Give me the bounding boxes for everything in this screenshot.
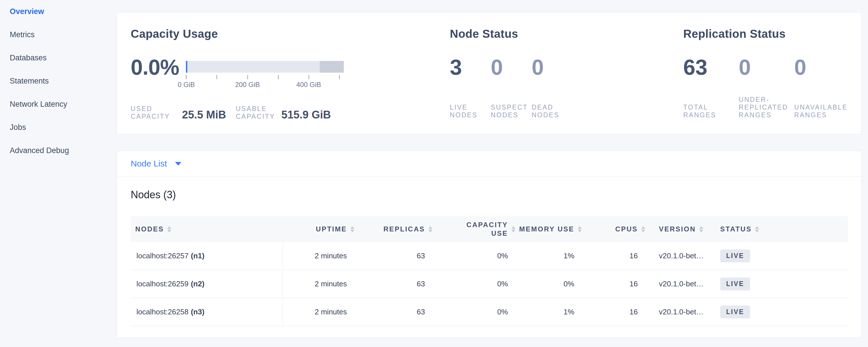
chevron-down-icon (175, 162, 181, 166)
memory-use-cell: 0% (519, 270, 585, 298)
cpus-cell: 16 (585, 270, 649, 298)
capacity-axis-ticks (186, 75, 344, 80)
column-header-status[interactable]: STATUS (720, 225, 848, 233)
under-replicated-ranges-value: 0 (739, 56, 794, 79)
capacity-use-cell: 0% (436, 242, 519, 270)
capacity-use-cell: 0% (436, 298, 519, 326)
nodes-count-title: Nodes (3) (131, 189, 861, 201)
usable-capacity-label: USABLE CAPACITY (236, 105, 275, 120)
sidebar-item-overview[interactable]: Overview (0, 0, 117, 23)
capacity-gauge-row: 0.0% 0 GiB 200 GiB 400 GiB (131, 56, 450, 89)
sidebar-item-advanced-debug[interactable]: Advanced Debug (0, 139, 117, 162)
cluster-summary-card: Capacity Usage 0.0% 0 GiB 200 GiB (117, 12, 861, 134)
capacity-usage-title: Capacity Usage (131, 27, 450, 41)
main-content: Capacity Usage 0.0% 0 GiB 200 GiB (117, 0, 861, 338)
used-capacity-value: 25.5 MiB (182, 109, 226, 120)
replication-stats: 63 TOTAL RANGES 0 UNDER- REPLICATED RANG… (683, 56, 861, 119)
memory-use-cell: 1% (519, 242, 585, 270)
column-header-version[interactable]: VERSION (649, 225, 720, 233)
sidebar-item-jobs[interactable]: Jobs (0, 116, 117, 139)
status-badge: LIVE (720, 278, 750, 290)
node-status-stats: 3 LIVE NODES 0 SUSPECT NODES 0 (450, 56, 683, 119)
sort-icon (755, 226, 759, 232)
unavailable-ranges-stat: 0 UNAVAILABLE RANGES (794, 56, 850, 119)
nodes-table: NODES UPTIME REPLICAS CAPACITY USE MEMOR… (131, 216, 848, 326)
sidebar-item-statements[interactable]: Statements (0, 69, 117, 93)
column-header-nodes[interactable]: NODES (131, 225, 283, 233)
total-ranges-stat: 63 TOTAL RANGES (683, 56, 739, 119)
replication-status-section: Replication Status 63 TOTAL RANGES 0 UND… (683, 12, 861, 134)
under-replicated-ranges-label: UNDER- REPLICATED RANGES (739, 96, 794, 119)
axis-label-200gib: 200 GiB (235, 81, 260, 89)
dead-nodes-value: 0 (532, 56, 572, 79)
used-capacity-label: USED CAPACITY (131, 105, 170, 120)
nodes-table-header: NODES UPTIME REPLICAS CAPACITY USE MEMOR… (131, 216, 848, 242)
sidebar-item-network-latency[interactable]: Network Latency (0, 93, 117, 116)
node-list-dropdown-bar: Node List (117, 151, 861, 177)
table-row[interactable]: localhost:26258 (n3) 2 minutes 63 0% 1% … (131, 298, 848, 326)
status-cell: LIVE (720, 270, 848, 298)
memory-use-cell: 1% (519, 298, 585, 326)
sort-icon (512, 226, 515, 232)
node-status-title: Node Status (450, 27, 683, 41)
table-row[interactable]: localhost:26257 (n1) 2 minutes 63 0% 1% … (131, 242, 848, 270)
uptime-cell: 2 minutes (283, 298, 358, 326)
capacity-bar-chart: 0 GiB 200 GiB 400 GiB (186, 61, 344, 89)
live-nodes-label: LIVE NODES (450, 96, 491, 119)
sidebar-nav: Overview Metrics Databases Statements Ne… (0, 0, 117, 347)
node-address-cell[interactable]: localhost:26258 (n3) (131, 298, 283, 326)
node-list-dropdown[interactable]: Node List (131, 159, 181, 168)
capacity-bar-used-segment (186, 61, 187, 73)
node-address-cell[interactable]: localhost:26259 (n2) (131, 270, 283, 298)
column-header-memory-use[interactable]: MEMORY USE (519, 225, 585, 233)
node-status-section: Node Status 3 LIVE NODES 0 SUSPECT NODES (450, 12, 683, 134)
sort-icon (167, 226, 171, 232)
uptime-cell: 2 minutes (283, 270, 358, 298)
column-header-uptime[interactable]: UPTIME (283, 225, 358, 233)
capacity-use-cell: 0% (436, 270, 519, 298)
version-cell: v20.1.0-bet… (649, 242, 720, 270)
total-ranges-value: 63 (683, 56, 739, 79)
live-nodes-stat: 3 LIVE NODES (450, 56, 491, 119)
capacity-axis-labels: 0 GiB 200 GiB 400 GiB (186, 81, 344, 89)
replication-status-title: Replication Status (683, 27, 861, 41)
sort-icon (428, 226, 432, 232)
usable-capacity-value: 515.9 GiB (281, 109, 331, 120)
sort-icon (699, 226, 703, 232)
unavailable-ranges-label: UNAVAILABLE RANGES (794, 96, 850, 119)
suspect-nodes-stat: 0 SUSPECT NODES (491, 56, 532, 119)
sidebar-item-databases[interactable]: Databases (0, 46, 117, 69)
live-nodes-value: 3 (450, 56, 491, 79)
unavailable-ranges-value: 0 (794, 56, 850, 79)
column-header-capacity-use[interactable]: CAPACITY USE (436, 221, 519, 238)
column-header-cpus[interactable]: CPUS (585, 225, 649, 233)
table-row[interactable]: localhost:26259 (n2) 2 minutes 63 0% 0% … (131, 270, 848, 298)
axis-label-0gib: 0 GiB (178, 81, 195, 89)
capacity-stats-row: USED CAPACITY 25.5 MiB USABLE CAPACITY 5… (131, 105, 450, 120)
under-replicated-ranges-stat: 0 UNDER- REPLICATED RANGES (739, 56, 794, 119)
capacity-usage-section: Capacity Usage 0.0% 0 GiB 200 GiB (117, 12, 450, 134)
status-cell: LIVE (720, 242, 848, 270)
capacity-bar (186, 61, 344, 73)
uptime-cell: 2 minutes (283, 242, 358, 270)
replicas-cell: 63 (358, 298, 436, 326)
sidebar-item-metrics[interactable]: Metrics (0, 23, 117, 46)
dead-nodes-stat: 0 DEAD NODES (532, 56, 572, 119)
axis-label-400gib: 400 GiB (296, 81, 321, 89)
status-badge: LIVE (720, 306, 750, 318)
suspect-nodes-label: SUSPECT NODES (491, 96, 532, 119)
sort-icon (578, 226, 582, 232)
cpus-cell: 16 (585, 298, 649, 326)
sort-icon (641, 226, 645, 232)
status-badge: LIVE (720, 249, 750, 262)
column-header-replicas[interactable]: REPLICAS (358, 225, 436, 233)
version-cell: v20.1.0-bet… (649, 298, 720, 326)
node-list-card: Node List Nodes (3) NODES UPTIME REPLICA… (117, 151, 861, 338)
node-address-cell[interactable]: localhost:26257 (n1) (131, 242, 283, 270)
status-cell: LIVE (720, 298, 848, 326)
sort-icon (350, 226, 354, 232)
suspect-nodes-value: 0 (491, 56, 532, 79)
capacity-percent-value: 0.0% (131, 56, 179, 89)
version-cell: v20.1.0-bet… (649, 270, 720, 298)
replicas-cell: 63 (358, 270, 436, 298)
